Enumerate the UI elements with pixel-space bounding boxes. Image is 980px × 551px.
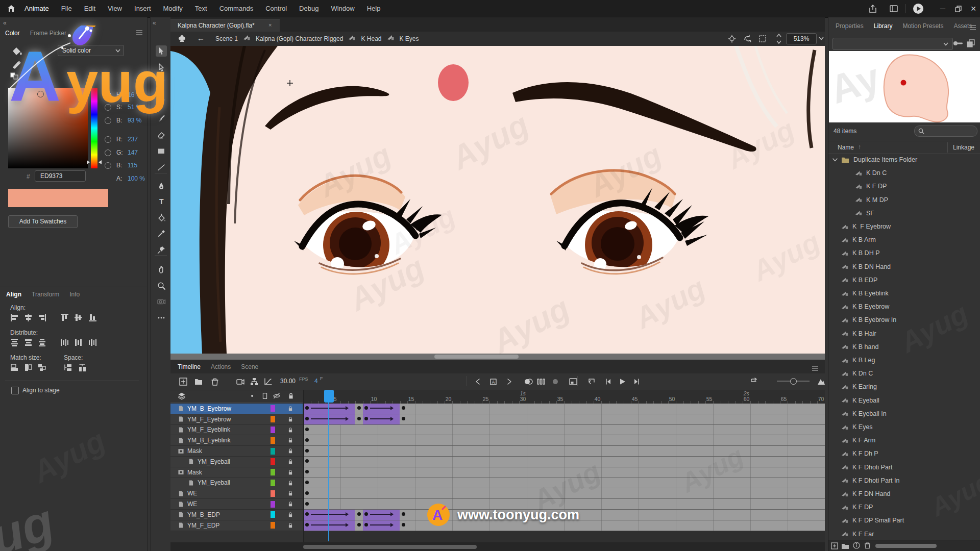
stage-scrollbar-track[interactable] <box>170 354 825 360</box>
layer-lock-icon[interactable] <box>287 437 294 446</box>
layer-row[interactable]: WE <box>170 499 303 510</box>
frames-row[interactable] <box>303 435 825 446</box>
library-item-row[interactable]: K F Ear <box>828 528 980 540</box>
breadcrumb-item-1[interactable]: Kalpna (Gopi) Character Rigged <box>256 35 343 42</box>
library-item-row[interactable]: K B hand <box>828 340 980 354</box>
rectangle-tool[interactable] <box>156 145 167 157</box>
layer-row[interactable]: YM_Eyeball <box>170 478 303 489</box>
layer-lock-icon[interactable] <box>287 458 294 467</box>
space-vertical-button[interactable] <box>64 363 72 374</box>
library-item-row[interactable]: K F DP <box>828 180 980 193</box>
timeline-menu-icon[interactable] <box>812 364 819 373</box>
layer-lock-icon[interactable] <box>287 500 294 510</box>
timeline-zoom-slider[interactable] <box>777 381 810 382</box>
color-mode-radio-b5[interactable] <box>105 162 111 169</box>
menu-item-modify[interactable]: Modify <box>157 0 189 17</box>
swap-colors-icon[interactable] <box>10 72 20 82</box>
layer-lock-icon[interactable] <box>287 490 294 499</box>
menu-item-text[interactable]: Text <box>189 0 213 17</box>
current-frame-value[interactable]: 4 <box>314 378 318 385</box>
back-arrow-icon[interactable]: ← <box>197 34 205 42</box>
zoom-level-input[interactable]: 513% <box>786 33 817 44</box>
delete-item-icon[interactable] <box>864 542 871 551</box>
layer-row[interactable]: YM_B_Eyebrow <box>170 404 303 414</box>
menu-item-control[interactable]: Control <box>259 0 293 17</box>
align-bottom-button[interactable] <box>88 313 97 324</box>
frames-row[interactable] <box>303 404 825 414</box>
pin-library-icon[interactable] <box>953 40 963 49</box>
library-item-row[interactable]: K Eyeball In <box>828 407 980 420</box>
column-name[interactable]: Name <box>838 144 854 151</box>
align-middle-button[interactable] <box>74 313 83 324</box>
next-keyframe-icon[interactable] <box>504 376 515 387</box>
auto-keyframe-icon[interactable]: A <box>488 376 499 387</box>
library-folder-row[interactable]: Duplicate Items Folder <box>828 153 980 166</box>
tween-span[interactable] <box>363 404 400 414</box>
stroke-color-tool-icon[interactable] <box>11 59 22 71</box>
menu-item-animate[interactable]: Animate <box>18 0 55 18</box>
step-forward-icon[interactable] <box>631 376 642 387</box>
frames-row[interactable] <box>303 425 825 436</box>
color-picker-marker[interactable] <box>37 91 44 97</box>
distribute-bottom-button[interactable] <box>38 338 46 349</box>
clip-content-icon[interactable] <box>758 35 767 45</box>
library-item-row[interactable]: K F Dhoti Part <box>828 461 980 474</box>
new-folder-icon[interactable] <box>841 542 849 551</box>
align-center-h-button[interactable] <box>24 313 33 324</box>
properties-info-icon[interactable] <box>853 542 860 551</box>
timeline-scrollbar-track[interactable] <box>170 542 825 551</box>
hide-layers-icon[interactable] <box>273 392 281 402</box>
pin-tool[interactable] <box>156 244 167 256</box>
library-item-row[interactable]: K B Eyeblink <box>828 287 980 300</box>
library-item-row[interactable]: K M DP <box>828 193 980 207</box>
tab-library[interactable]: Library <box>869 19 898 32</box>
paint-bucket-tool[interactable] <box>156 212 167 223</box>
layer-row[interactable]: YM_F_Eyeblink <box>170 425 303 436</box>
new-library-panel-icon[interactable] <box>966 39 975 50</box>
hue-marker-right[interactable] <box>99 160 102 164</box>
minimize-button[interactable]: ─ <box>935 0 950 17</box>
tab-transform[interactable]: Transform <box>27 288 64 300</box>
zoom-tool[interactable] <box>156 280 167 291</box>
color-value[interactable]: 237 <box>128 136 138 143</box>
tween-span[interactable] <box>363 510 400 520</box>
tab-timeline[interactable]: Timeline <box>170 360 206 372</box>
tab-motion-presets[interactable]: Motion Presets <box>897 19 948 32</box>
color-value[interactable]: 147 <box>128 149 138 156</box>
document-tab[interactable]: Kalpna Character (Gopi).fla* × <box>170 19 280 32</box>
breadcrumb-item-0[interactable]: Scene 1 <box>215 35 238 42</box>
tab-frame-picker[interactable]: Frame Picker <box>25 27 71 39</box>
color-type-dropdown[interactable]: Solid color <box>58 45 124 56</box>
subselection-tool[interactable] <box>156 62 167 73</box>
library-item-row[interactable]: K Eyes <box>828 420 980 434</box>
camera-icon[interactable] <box>235 376 246 387</box>
more-tools[interactable] <box>156 312 167 323</box>
onion-skin-icon[interactable] <box>523 376 534 387</box>
center-frame-icon[interactable] <box>728 35 736 45</box>
distribute-top-button[interactable] <box>10 338 19 349</box>
eyedropper-tool[interactable] <box>156 228 167 239</box>
color-mode-radio-h0[interactable] <box>105 92 111 98</box>
color-value[interactable]: 100 % <box>128 175 145 182</box>
rotation-tool-icon[interactable] <box>743 34 752 45</box>
color-mode-radio-s1[interactable] <box>105 104 111 111</box>
library-item-row[interactable]: K B EDP <box>828 273 980 287</box>
layer-row[interactable]: YM_B_EDP <box>170 510 303 520</box>
library-item-row[interactable]: K Eyeball <box>828 394 980 407</box>
edit-scene-icon[interactable] <box>178 35 186 45</box>
highlight-dot-icon[interactable] <box>248 392 256 402</box>
library-item-row[interactable]: K F DP <box>828 500 980 514</box>
layer-row[interactable]: YM_Eyeball <box>170 457 303 467</box>
timeline-scrollbar-thumb[interactable] <box>303 545 477 549</box>
zoom-stepper[interactable] <box>776 33 782 47</box>
hand-tool[interactable] <box>156 264 167 275</box>
layer-lock-icon[interactable] <box>287 469 294 478</box>
document-tab-close-icon[interactable]: × <box>268 22 272 28</box>
library-document-dropdown[interactable]: Kalpna Character (Gopi).fla <box>832 38 953 50</box>
color-value[interactable]: 115 <box>128 162 137 169</box>
timeline-zoom-knob[interactable] <box>790 378 797 385</box>
stage-canvas[interactable] <box>170 46 825 360</box>
frames-row[interactable] <box>303 488 825 499</box>
fps-value[interactable]: 30.00 <box>280 378 296 385</box>
align-left-button[interactable] <box>10 313 19 324</box>
